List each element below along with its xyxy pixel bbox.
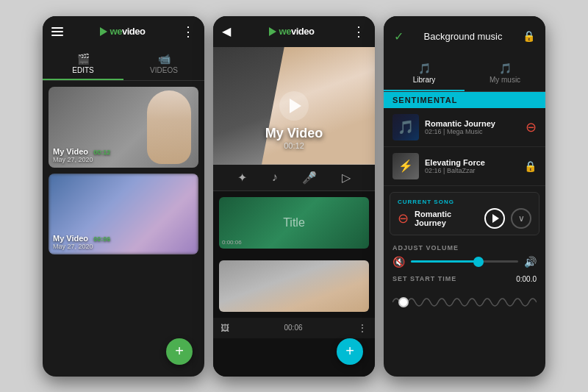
tab-edits[interactable]: 🎬 EDITS (43, 47, 123, 80)
set-start-time-label: SET START TIME (392, 275, 456, 282)
clip-photo-card[interactable] (219, 260, 369, 312)
song-label-1: Mega Music (447, 128, 483, 135)
song-duration-1: 02:16 (425, 128, 442, 135)
section-header: SENTIMENTAL (384, 92, 545, 108)
video-duration-2: 00:06 (93, 235, 110, 243)
waveform[interactable] (392, 291, 537, 313)
remove-current-song-button[interactable]: ⊖ (398, 210, 409, 227)
video-card-2[interactable]: My Video 00:06 May 27, 2020 (49, 174, 198, 254)
videos-tab-icon: 📹 (126, 53, 201, 65)
back-button[interactable]: ◀ (222, 24, 231, 38)
export-icon[interactable]: ▷ (342, 171, 351, 185)
edits-tab-icon: 🎬 (46, 53, 121, 65)
current-song-label: CURRENT SONG (398, 199, 531, 205)
video-main-title: My Video (213, 126, 375, 141)
song-name-2: Elevating Force (425, 158, 518, 167)
tabs-bar: 🎬 EDITS 📹 VIDEOS (43, 47, 204, 81)
music-item-2[interactable]: Elevating Force 02:16 | BaltaZzar 🔒 (384, 147, 545, 186)
add-fab-button[interactable]: + (166, 338, 193, 365)
music-tabs: 🎵 Library 🎵 My music (384, 57, 545, 92)
logo-play-icon-2 (269, 27, 276, 36)
wevideo-logo-2: wevideo (269, 26, 315, 37)
current-song-name: Romantic Journey (415, 210, 478, 227)
current-song-row: ⊖ Romantic Journey ∨ (398, 208, 531, 229)
song-duration-2: 02:16 (425, 167, 442, 174)
video-info-1: My Video 00:12 May 27, 2020 (53, 147, 110, 163)
video-main-duration: 00:12 (213, 141, 375, 150)
logo-play-icon (100, 27, 107, 36)
library-tab[interactable]: 🎵 Library (384, 57, 465, 91)
adjust-volume-label: ADJUST VOLUME (392, 244, 537, 252)
song-name-1: Romantic Journey (425, 119, 520, 128)
mymusic-tab-icon: 🎵 (467, 63, 542, 74)
video-title-overlay: My Video 00:12 (213, 126, 375, 150)
clip-bottom-bar: 🖼 00:06 ⋮ (213, 318, 375, 338)
volume-thumb[interactable] (473, 257, 484, 267)
wevideo-logo: wevideo (100, 26, 146, 37)
video-date-2: May 27, 2020 (53, 243, 110, 250)
clip-more-icon[interactable]: ⋮ (357, 322, 368, 334)
phone1: wevideo ⋮ 🎬 EDITS 📹 VIDEOS My Video (43, 16, 204, 377)
start-time-section: SET START TIME 0:00.0 (384, 272, 545, 318)
clip-title-card[interactable]: Title 0:00:06 (219, 197, 369, 249)
waveform-svg (392, 291, 537, 313)
check-icon[interactable]: ✓ (394, 29, 404, 43)
logo-text: wevideo (110, 26, 146, 37)
video-title-1: My Video (53, 147, 88, 156)
volume-section: ADJUST VOLUME 🔇 🔊 (384, 241, 545, 272)
play-icon (492, 214, 499, 223)
phone2-header: ◀ wevideo ⋮ (213, 16, 375, 47)
volume-row: 🔇 🔊 (392, 256, 537, 268)
library-tab-icon: 🎵 (387, 63, 462, 74)
start-time-value: 0:00.0 (516, 275, 537, 287)
music-info-2: Elevating Force 02:16 | BaltaZzar (425, 158, 518, 174)
logo-text-2: wevideo (279, 26, 315, 37)
play-triangle-icon (290, 99, 301, 113)
volume-fill (411, 260, 476, 263)
song-label-2: BaltaZzar (447, 167, 476, 174)
remove-song-1-button[interactable]: ⊖ (526, 119, 537, 135)
volume-low-icon: 🔇 (392, 256, 405, 268)
song-thumb-2 (392, 153, 419, 179)
clip-title-text: Title (283, 216, 305, 229)
add-fab-button-2[interactable]: + (337, 338, 363, 365)
phone2: ◀ wevideo ⋮ My Video 00:12 ✦ ♪ 🎤 ▷ (213, 16, 375, 377)
video-date-1: May 27, 2020 (53, 156, 110, 163)
phone1-header: wevideo ⋮ (43, 16, 204, 47)
more-options-icon[interactable]: ⋮ (182, 24, 196, 40)
lock-song-2-icon: 🔒 (524, 160, 537, 172)
play-button[interactable] (279, 91, 309, 121)
page-title: Background music (414, 24, 513, 49)
video-info-2: My Video 00:06 May 27, 2020 (53, 234, 110, 250)
tab-videos[interactable]: 📹 VIDEOS (123, 47, 204, 80)
mymusic-tab[interactable]: 🎵 My music (465, 57, 545, 91)
clip-time-label: 0:00:06 (222, 239, 242, 246)
phone3: ✓ Background music 🔒 🎵 Library 🎵 My musi… (384, 16, 545, 377)
image-icon: 🖼 (220, 323, 229, 333)
phone3-header: ✓ Background music 🔒 (384, 16, 545, 57)
mic-icon[interactable]: 🎤 (302, 171, 317, 185)
current-song-bar: CURRENT SONG ⊖ Romantic Journey ∨ (390, 192, 539, 235)
music-info-1: Romantic Journey 02:16 | Mega Music (425, 119, 520, 135)
volume-high-icon: 🔊 (524, 256, 537, 268)
more-options-icon-2[interactable]: ⋮ (352, 24, 366, 40)
video-title-2: My Video (53, 234, 88, 243)
expand-button[interactable]: ∨ (511, 208, 531, 229)
toolbar-row: ✦ ♪ 🎤 ▷ (213, 165, 375, 191)
lock-icon[interactable]: 🔒 (523, 30, 535, 42)
volume-slider[interactable] (411, 260, 518, 263)
start-time-row: SET START TIME 0:00.0 (392, 275, 537, 287)
hamburger-menu[interactable] (51, 27, 63, 36)
music-item-1[interactable]: 🎵 Romantic Journey 02:16 | Mega Music ⊖ (384, 108, 545, 147)
video-duration-1: 00:12 (93, 149, 110, 156)
waveform-scrubber[interactable] (398, 297, 409, 307)
play-current-button[interactable] (484, 208, 505, 229)
music-icon[interactable]: ♪ (272, 171, 278, 184)
video-preview[interactable]: My Video 00:12 (213, 47, 375, 165)
video-card-1[interactable]: My Video 00:12 May 27, 2020 (49, 87, 198, 168)
sparkle-icon[interactable]: ✦ (237, 171, 247, 185)
song-thumb-1: 🎵 (392, 114, 419, 140)
video-list: My Video 00:12 May 27, 2020 My Video 00:… (43, 81, 204, 377)
clip-duration-label: 00:06 (284, 324, 302, 332)
